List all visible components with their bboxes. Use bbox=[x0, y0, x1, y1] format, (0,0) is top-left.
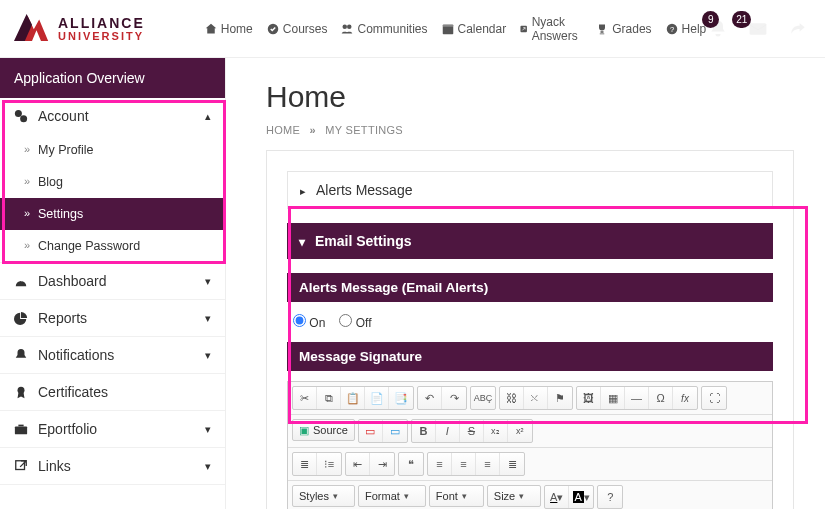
size-select[interactable]: Size bbox=[487, 485, 541, 507]
trophy-icon bbox=[596, 23, 608, 35]
rte-row-2: ▣Source ▭▭ BISx₂x² bbox=[288, 415, 772, 448]
outdent-icon[interactable]: ⇤ bbox=[346, 453, 370, 475]
calendar-icon bbox=[442, 23, 454, 35]
format-select[interactable]: Format bbox=[358, 485, 426, 507]
sidebar-item-blog[interactable]: Blog bbox=[0, 166, 225, 198]
panel-alerts-message[interactable]: Alerts Message bbox=[287, 171, 773, 209]
italic-icon[interactable]: I bbox=[436, 420, 460, 442]
email-alerts-radio-row: On Off bbox=[287, 312, 773, 342]
main-layout: Application Overview Account ▴ My Profil… bbox=[0, 58, 825, 509]
rich-text-editor: ✂⧉📋📄📑 ↶↷ ABÇ ⛓⛌⚑ 🖼▦―Ωfx ⛶ ▣Source ▭▭ BIS… bbox=[287, 381, 773, 509]
panel-email-settings[interactable]: Email Settings bbox=[287, 223, 773, 259]
chevron-up-icon: ▴ bbox=[205, 110, 211, 123]
hr-icon[interactable]: ― bbox=[625, 387, 649, 409]
sidebar-reports[interactable]: Reports▾ bbox=[0, 300, 225, 336]
briefcase-icon bbox=[14, 422, 28, 436]
nav-nyack[interactable]: Nyack Answers bbox=[520, 15, 582, 43]
bgcolor-icon[interactable]: A▾ bbox=[569, 486, 593, 508]
chevron-down-icon: ▾ bbox=[205, 275, 211, 288]
strike-icon[interactable]: S bbox=[460, 420, 484, 442]
chevron-down-icon: ▾ bbox=[205, 460, 211, 473]
image-icon[interactable]: 🖼 bbox=[577, 387, 601, 409]
sidebar-account-section: Account ▴ My Profile Blog Settings Chang… bbox=[0, 98, 225, 263]
radio-off[interactable]: Off bbox=[339, 314, 371, 330]
indent-icon[interactable]: ⇥ bbox=[370, 453, 394, 475]
sub-email-alerts: Alerts Message (Email Alerts) bbox=[287, 273, 773, 302]
align-left-icon[interactable]: ≡ bbox=[428, 453, 452, 475]
bell-count: 9 bbox=[702, 11, 719, 28]
ol-icon[interactable]: ≣ bbox=[293, 453, 317, 475]
svg-rect-8 bbox=[750, 23, 767, 35]
table-icon[interactable]: ▦ bbox=[601, 387, 625, 409]
omega-icon[interactable]: Ω bbox=[649, 387, 673, 409]
svg-text:?: ? bbox=[670, 25, 674, 34]
paste-icon[interactable]: 📋 bbox=[341, 387, 365, 409]
align-right-icon[interactable]: ≡ bbox=[476, 453, 500, 475]
help-icon: ? bbox=[666, 23, 678, 35]
sidebar-notifications[interactable]: Notifications▾ bbox=[0, 337, 225, 373]
anchor-icon[interactable]: ⚑ bbox=[548, 387, 572, 409]
sidebar-dashboard[interactable]: Dashboard▾ bbox=[0, 263, 225, 299]
brand-logo[interactable]: ALLIANCE UNIVERSITY bbox=[14, 14, 145, 44]
help-button[interactable]: ? bbox=[598, 486, 622, 508]
sidebar-account-head[interactable]: Account ▴ bbox=[0, 98, 225, 134]
align-justify-icon[interactable]: ≣ bbox=[500, 453, 524, 475]
gears-icon bbox=[14, 109, 28, 123]
crumb-home[interactable]: HOME bbox=[266, 124, 300, 136]
nav-communities[interactable]: Communities bbox=[341, 15, 427, 43]
bold-icon[interactable]: B bbox=[412, 420, 436, 442]
external-link-icon bbox=[14, 459, 28, 473]
sidebar-certificates[interactable]: Certificates bbox=[0, 374, 225, 410]
mail-count: 21 bbox=[732, 11, 751, 28]
svg-point-1 bbox=[343, 24, 348, 29]
paste-word-icon[interactable]: 📑 bbox=[389, 387, 413, 409]
preview-icon[interactable]: ▭ bbox=[383, 420, 407, 442]
newpage-icon[interactable]: ▭ bbox=[359, 420, 383, 442]
maximize-icon[interactable]: ⛶ bbox=[702, 387, 726, 409]
radio-on[interactable]: On bbox=[293, 314, 325, 330]
caret-right-icon bbox=[300, 182, 306, 198]
sidebar-item-change-password[interactable]: Change Password bbox=[0, 230, 225, 262]
redo-icon[interactable]: ↷ bbox=[442, 387, 466, 409]
paste-text-icon[interactable]: 📄 bbox=[365, 387, 389, 409]
sidebar-item-settings[interactable]: Settings bbox=[0, 198, 225, 230]
logo-mark-icon bbox=[14, 14, 50, 44]
breadcrumb: HOME » MY SETTINGS bbox=[266, 124, 825, 136]
nav-help[interactable]: ?Help bbox=[666, 15, 707, 43]
styles-select[interactable]: Styles bbox=[292, 485, 355, 507]
settings-card: Alerts Message Email Settings Alerts Mes… bbox=[266, 150, 794, 509]
nav-calendar[interactable]: Calendar bbox=[442, 15, 507, 43]
share-icon bbox=[786, 19, 810, 39]
sub-icon[interactable]: x₂ bbox=[484, 420, 508, 442]
sidebar-links[interactable]: Links▾ bbox=[0, 448, 225, 484]
sub-message-signature: Message Signature bbox=[287, 342, 773, 371]
sup-icon[interactable]: x² bbox=[508, 420, 532, 442]
spellcheck-icon[interactable]: ABÇ bbox=[471, 387, 495, 409]
svg-rect-4 bbox=[442, 24, 453, 26]
link-icon[interactable]: ⛓ bbox=[500, 387, 524, 409]
font-select[interactable]: Font bbox=[429, 485, 484, 507]
nav-courses[interactable]: Courses bbox=[267, 15, 328, 43]
brand-text: ALLIANCE UNIVERSITY bbox=[58, 16, 145, 42]
svg-rect-12 bbox=[15, 426, 27, 434]
sidebar-item-my-profile[interactable]: My Profile bbox=[0, 134, 225, 166]
svg-point-10 bbox=[20, 115, 27, 122]
nav-home[interactable]: Home bbox=[205, 15, 253, 43]
align-center-icon[interactable]: ≡ bbox=[452, 453, 476, 475]
award-icon bbox=[14, 385, 28, 399]
svg-point-11 bbox=[18, 387, 25, 394]
quote-icon[interactable]: ❝ bbox=[399, 453, 423, 475]
nav-grades[interactable]: Grades bbox=[596, 15, 651, 43]
copy-icon[interactable]: ⧉ bbox=[317, 387, 341, 409]
fx-icon[interactable]: fx bbox=[673, 387, 697, 409]
source-button[interactable]: ▣Source bbox=[292, 419, 355, 441]
cut-icon[interactable]: ✂ bbox=[293, 387, 317, 409]
undo-icon[interactable]: ↶ bbox=[418, 387, 442, 409]
sidebar-eportfolio[interactable]: Eportfolio▾ bbox=[0, 411, 225, 447]
ul-icon[interactable]: ⁝≡ bbox=[317, 453, 341, 475]
textcolor-icon[interactable]: A▾ bbox=[545, 486, 569, 508]
top-nav: Home Courses Communities Calendar Nyack … bbox=[205, 15, 707, 43]
notification-area[interactable]: 9 21 bbox=[706, 19, 810, 39]
unlink-icon[interactable]: ⛌ bbox=[524, 387, 548, 409]
check-icon bbox=[267, 23, 279, 35]
